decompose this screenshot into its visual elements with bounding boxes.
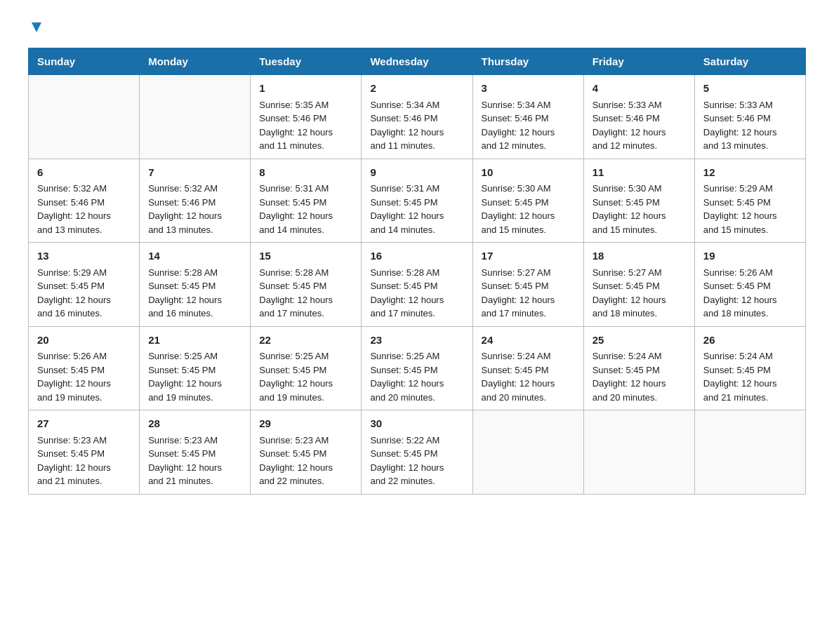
day-info: Sunrise: 5:26 AM Sunset: 5:45 PM Dayligh… xyxy=(37,349,131,404)
day-info: Sunrise: 5:24 AM Sunset: 5:45 PM Dayligh… xyxy=(482,349,575,404)
calendar-header-saturday: Saturday xyxy=(694,48,805,75)
day-info: Sunrise: 5:28 AM Sunset: 5:45 PM Dayligh… xyxy=(370,266,463,321)
day-info: Sunrise: 5:23 AM Sunset: 5:45 PM Dayligh… xyxy=(148,434,241,488)
day-info: Sunrise: 5:30 AM Sunset: 5:45 PM Dayligh… xyxy=(482,182,575,236)
calendar-cell: 27Sunrise: 5:23 AM Sunset: 5:45 PM Dayli… xyxy=(29,410,140,495)
day-info: Sunrise: 5:33 AM Sunset: 5:46 PM Dayligh… xyxy=(593,98,686,153)
calendar-cell: 13Sunrise: 5:29 AM Sunset: 5:45 PM Dayli… xyxy=(29,243,140,327)
day-number: 26 xyxy=(703,333,797,349)
day-number: 21 xyxy=(148,333,241,349)
svg-marker-0 xyxy=(32,22,41,32)
calendar-cell: 1Sunrise: 5:35 AM Sunset: 5:46 PM Daylig… xyxy=(251,75,362,159)
calendar-cell: 28Sunrise: 5:23 AM Sunset: 5:45 PM Dayli… xyxy=(140,410,251,495)
day-info: Sunrise: 5:33 AM Sunset: 5:46 PM Dayligh… xyxy=(703,98,797,153)
day-number: 17 xyxy=(482,248,575,264)
calendar-cell xyxy=(140,75,251,159)
calendar-cell: 18Sunrise: 5:27 AM Sunset: 5:45 PM Dayli… xyxy=(583,243,694,327)
calendar-week-row: 6Sunrise: 5:32 AM Sunset: 5:46 PM Daylig… xyxy=(29,159,806,243)
day-number: 9 xyxy=(370,165,463,181)
calendar-cell: 14Sunrise: 5:28 AM Sunset: 5:45 PM Dayli… xyxy=(140,243,251,327)
calendar-header-monday: Monday xyxy=(140,48,251,75)
day-number: 7 xyxy=(148,165,241,181)
calendar-cell: 20Sunrise: 5:26 AM Sunset: 5:45 PM Dayli… xyxy=(29,326,140,410)
day-number: 23 xyxy=(370,333,463,349)
day-number: 12 xyxy=(703,165,797,181)
day-number: 24 xyxy=(482,333,575,349)
logo-triangle-icon xyxy=(30,21,43,34)
page-header xyxy=(28,21,806,34)
calendar-table: SundayMondayTuesdayWednesdayThursdayFrid… xyxy=(28,48,806,495)
day-info: Sunrise: 5:26 AM Sunset: 5:45 PM Dayligh… xyxy=(703,266,797,321)
day-number: 30 xyxy=(370,416,463,432)
calendar-cell: 8Sunrise: 5:31 AM Sunset: 5:45 PM Daylig… xyxy=(251,159,362,243)
calendar-cell xyxy=(472,410,583,495)
calendar-header-thursday: Thursday xyxy=(472,48,583,75)
day-number: 11 xyxy=(593,165,686,181)
calendar-header-wednesday: Wednesday xyxy=(362,48,472,75)
day-info: Sunrise: 5:23 AM Sunset: 5:45 PM Dayligh… xyxy=(259,434,352,488)
calendar-cell: 12Sunrise: 5:29 AM Sunset: 5:45 PM Dayli… xyxy=(694,159,805,243)
calendar-cell: 6Sunrise: 5:32 AM Sunset: 5:46 PM Daylig… xyxy=(29,159,140,243)
calendar-cell xyxy=(29,75,140,159)
calendar-cell: 15Sunrise: 5:28 AM Sunset: 5:45 PM Dayli… xyxy=(251,243,362,327)
day-number: 14 xyxy=(148,248,241,264)
calendar-cell: 9Sunrise: 5:31 AM Sunset: 5:45 PM Daylig… xyxy=(362,159,472,243)
calendar-cell: 7Sunrise: 5:32 AM Sunset: 5:46 PM Daylig… xyxy=(140,159,251,243)
calendar-week-row: 27Sunrise: 5:23 AM Sunset: 5:45 PM Dayli… xyxy=(29,410,806,495)
day-number: 13 xyxy=(37,248,131,264)
day-number: 8 xyxy=(259,165,352,181)
calendar-header-row: SundayMondayTuesdayWednesdayThursdayFrid… xyxy=(29,48,806,75)
calendar-week-row: 13Sunrise: 5:29 AM Sunset: 5:45 PM Dayli… xyxy=(29,243,806,327)
logo xyxy=(28,21,43,34)
day-number: 16 xyxy=(370,248,463,264)
calendar-cell: 5Sunrise: 5:33 AM Sunset: 5:46 PM Daylig… xyxy=(694,75,805,159)
calendar-cell: 26Sunrise: 5:24 AM Sunset: 5:45 PM Dayli… xyxy=(694,326,805,410)
calendar-cell: 23Sunrise: 5:25 AM Sunset: 5:45 PM Dayli… xyxy=(362,326,472,410)
day-number: 18 xyxy=(593,248,686,264)
calendar-week-row: 1Sunrise: 5:35 AM Sunset: 5:46 PM Daylig… xyxy=(29,75,806,159)
day-number: 2 xyxy=(370,81,463,97)
day-info: Sunrise: 5:35 AM Sunset: 5:46 PM Dayligh… xyxy=(259,98,352,153)
calendar-cell: 16Sunrise: 5:28 AM Sunset: 5:45 PM Dayli… xyxy=(362,243,472,327)
calendar-cell: 19Sunrise: 5:26 AM Sunset: 5:45 PM Dayli… xyxy=(694,243,805,327)
day-number: 1 xyxy=(259,81,352,97)
calendar-cell: 29Sunrise: 5:23 AM Sunset: 5:45 PM Dayli… xyxy=(251,410,362,495)
day-info: Sunrise: 5:32 AM Sunset: 5:46 PM Dayligh… xyxy=(148,182,241,236)
calendar-cell: 24Sunrise: 5:24 AM Sunset: 5:45 PM Dayli… xyxy=(472,326,583,410)
day-info: Sunrise: 5:34 AM Sunset: 5:46 PM Dayligh… xyxy=(370,98,463,153)
day-info: Sunrise: 5:27 AM Sunset: 5:45 PM Dayligh… xyxy=(593,266,686,321)
day-info: Sunrise: 5:24 AM Sunset: 5:45 PM Dayligh… xyxy=(593,349,686,404)
day-info: Sunrise: 5:24 AM Sunset: 5:45 PM Dayligh… xyxy=(703,349,797,404)
day-info: Sunrise: 5:25 AM Sunset: 5:45 PM Dayligh… xyxy=(148,349,241,404)
calendar-cell: 10Sunrise: 5:30 AM Sunset: 5:45 PM Dayli… xyxy=(472,159,583,243)
day-number: 3 xyxy=(482,81,575,97)
day-info: Sunrise: 5:34 AM Sunset: 5:46 PM Dayligh… xyxy=(482,98,575,153)
day-number: 22 xyxy=(259,333,352,349)
calendar-cell: 17Sunrise: 5:27 AM Sunset: 5:45 PM Dayli… xyxy=(472,243,583,327)
day-info: Sunrise: 5:27 AM Sunset: 5:45 PM Dayligh… xyxy=(482,266,575,321)
day-info: Sunrise: 5:28 AM Sunset: 5:45 PM Dayligh… xyxy=(259,266,352,321)
day-info: Sunrise: 5:23 AM Sunset: 5:45 PM Dayligh… xyxy=(37,434,131,488)
calendar-cell: 21Sunrise: 5:25 AM Sunset: 5:45 PM Dayli… xyxy=(140,326,251,410)
calendar-cell: 11Sunrise: 5:30 AM Sunset: 5:45 PM Dayli… xyxy=(583,159,694,243)
day-info: Sunrise: 5:29 AM Sunset: 5:45 PM Dayligh… xyxy=(37,266,131,321)
calendar-header-sunday: Sunday xyxy=(29,48,140,75)
day-number: 27 xyxy=(37,416,131,432)
day-info: Sunrise: 5:28 AM Sunset: 5:45 PM Dayligh… xyxy=(148,266,241,321)
day-number: 6 xyxy=(37,165,131,181)
day-info: Sunrise: 5:30 AM Sunset: 5:45 PM Dayligh… xyxy=(593,182,686,236)
day-info: Sunrise: 5:32 AM Sunset: 5:46 PM Dayligh… xyxy=(37,182,131,236)
day-number: 28 xyxy=(148,416,241,432)
day-info: Sunrise: 5:31 AM Sunset: 5:45 PM Dayligh… xyxy=(370,182,463,236)
day-info: Sunrise: 5:25 AM Sunset: 5:45 PM Dayligh… xyxy=(259,349,352,404)
day-info: Sunrise: 5:29 AM Sunset: 5:45 PM Dayligh… xyxy=(703,182,797,236)
calendar-cell: 25Sunrise: 5:24 AM Sunset: 5:45 PM Dayli… xyxy=(583,326,694,410)
day-number: 10 xyxy=(482,165,575,181)
calendar-cell xyxy=(583,410,694,495)
day-number: 20 xyxy=(37,333,131,349)
calendar-cell: 4Sunrise: 5:33 AM Sunset: 5:46 PM Daylig… xyxy=(583,75,694,159)
day-number: 19 xyxy=(703,248,797,264)
calendar-header-tuesday: Tuesday xyxy=(251,48,362,75)
day-info: Sunrise: 5:25 AM Sunset: 5:45 PM Dayligh… xyxy=(370,349,463,404)
calendar-week-row: 20Sunrise: 5:26 AM Sunset: 5:45 PM Dayli… xyxy=(29,326,806,410)
